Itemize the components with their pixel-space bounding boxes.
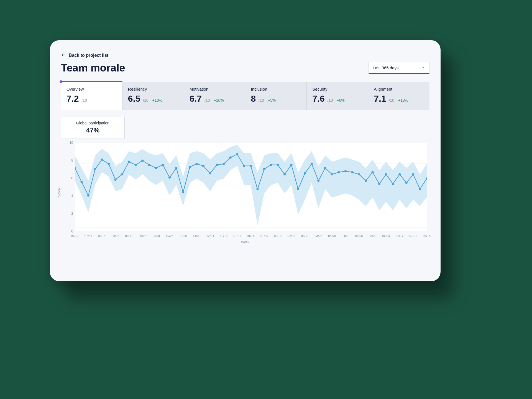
chart-xtick: 12/04 (206, 234, 214, 237)
tab-score: 7.2 (66, 94, 79, 104)
svg-point-23 (168, 177, 171, 179)
svg-point-13 (101, 158, 103, 161)
chart-xtick: 11/06 (179, 234, 187, 237)
svg-point-59 (412, 173, 414, 175)
svg-point-10 (80, 181, 83, 183)
tab-denom: /10 (143, 98, 148, 103)
svg-point-26 (189, 166, 191, 168)
chart-xtick: 08/14 (98, 234, 106, 237)
chart-ytick: 2 (67, 212, 73, 216)
svg-point-41 (290, 164, 292, 166)
chart-xtick: 03/25 (314, 234, 322, 237)
svg-point-55 (385, 173, 387, 175)
chart-xtick: 06/03 (382, 234, 390, 237)
participation-value: 47% (61, 126, 124, 134)
chart-xlabel: Week (241, 240, 249, 244)
tab-resiliency[interactable]: Resiliency6.5/10+10% (122, 82, 184, 110)
chart-xtick: 07/17 (71, 234, 79, 237)
tab-label: Motivation (190, 87, 240, 91)
chart-xtick: 07/01 (409, 234, 417, 237)
svg-point-42 (297, 188, 299, 190)
chart-xtick: 04/08 (328, 234, 336, 237)
tab-denom: /10 (204, 98, 210, 103)
tab-label: Resiliency (128, 87, 178, 91)
tab-security[interactable]: Security7.6/10+6% (307, 82, 368, 110)
chart-ytick: 0 (67, 229, 73, 233)
back-link[interactable]: Back to project list (61, 52, 429, 58)
tab-label: Security (312, 87, 362, 91)
svg-point-36 (256, 188, 259, 190)
chart-ylabel: Score (57, 188, 61, 197)
svg-point-37 (263, 168, 265, 170)
svg-point-28 (202, 165, 204, 167)
svg-point-58 (405, 182, 408, 184)
tab-denom: /10 (81, 98, 87, 103)
svg-point-15 (114, 178, 116, 181)
svg-point-45 (317, 180, 319, 182)
svg-point-33 (236, 153, 238, 155)
svg-point-32 (229, 156, 232, 158)
svg-point-49 (344, 170, 347, 172)
tab-denom: /10 (259, 98, 264, 103)
svg-point-54 (378, 183, 380, 185)
svg-point-24 (175, 167, 177, 169)
date-range-select[interactable]: Last 365 days (369, 62, 429, 74)
tab-score: 6.5 (128, 94, 140, 104)
chart-xtick: 02/12 (274, 234, 282, 237)
tab-alignment[interactable]: Alignment7.1/10+13% (368, 82, 429, 110)
tab-score: 7.6 (312, 94, 324, 104)
svg-point-11 (87, 194, 89, 196)
chart-ytick: 10 (67, 141, 73, 145)
chart-xtick: 07/15 (423, 234, 431, 237)
svg-point-21 (155, 167, 157, 169)
chart-xtick: 09/11 (125, 234, 133, 237)
svg-point-50 (351, 171, 353, 173)
chart-xtick: 02/26 (288, 234, 295, 237)
tab-inclusion[interactable]: Inclusion8/10+5% (245, 82, 307, 110)
svg-point-25 (182, 191, 184, 193)
chart-xtick: 10/23 (166, 234, 173, 237)
arrow-left-icon (61, 52, 66, 58)
page-title: Team morale (61, 62, 125, 74)
chart-xtick: 09/25 (139, 234, 146, 237)
svg-point-35 (250, 165, 252, 167)
tab-label: Alignment (374, 87, 424, 91)
tab-score: 7.1 (374, 94, 386, 104)
svg-point-18 (135, 164, 137, 166)
chart-xtick: 01/15 (247, 234, 255, 237)
tab-delta: +10% (214, 98, 224, 103)
chart-xtick: 05/20 (369, 234, 377, 237)
svg-point-39 (277, 164, 279, 166)
title-row: Team morale Last 365 days (61, 62, 429, 74)
tab-denom: /10 (328, 98, 333, 103)
score-chart: Score 0246810 07/1707/3108/1408/2809/110… (61, 143, 429, 242)
chart-ytick: 6 (67, 176, 73, 180)
tab-denom: /10 (389, 98, 394, 103)
chart-xtick: 01/29 (260, 234, 268, 237)
svg-point-27 (196, 163, 198, 165)
tab-label: Inclusion (251, 87, 301, 91)
svg-point-43 (304, 172, 306, 174)
svg-point-14 (108, 163, 110, 165)
chart-xtick: 10/09 (152, 234, 160, 237)
svg-point-20 (148, 164, 150, 166)
chart-xtick: 05/06 (355, 234, 363, 237)
tab-delta: +10% (152, 98, 162, 103)
chart-xtick: 12/18 (220, 234, 228, 237)
chart-xtick: 07/31 (85, 234, 92, 237)
svg-point-17 (128, 161, 130, 163)
svg-point-30 (216, 164, 218, 166)
svg-point-29 (209, 172, 211, 174)
tab-score: 6.7 (190, 94, 202, 104)
svg-point-51 (358, 173, 360, 175)
chart-xtick: 03/11 (301, 234, 309, 237)
svg-point-31 (222, 163, 225, 165)
tab-overview[interactable]: Overview7.2/10 (61, 82, 122, 110)
dashboard-card: Back to project list Team morale Last 36… (50, 40, 441, 281)
chart-xtick: 11/20 (193, 234, 201, 237)
tab-delta: +13% (398, 98, 408, 103)
svg-point-60 (419, 188, 421, 190)
tab-motivation[interactable]: Motivation6.7/10+10% (184, 82, 245, 110)
svg-point-46 (324, 167, 326, 169)
tab-label: Overview (66, 87, 117, 91)
